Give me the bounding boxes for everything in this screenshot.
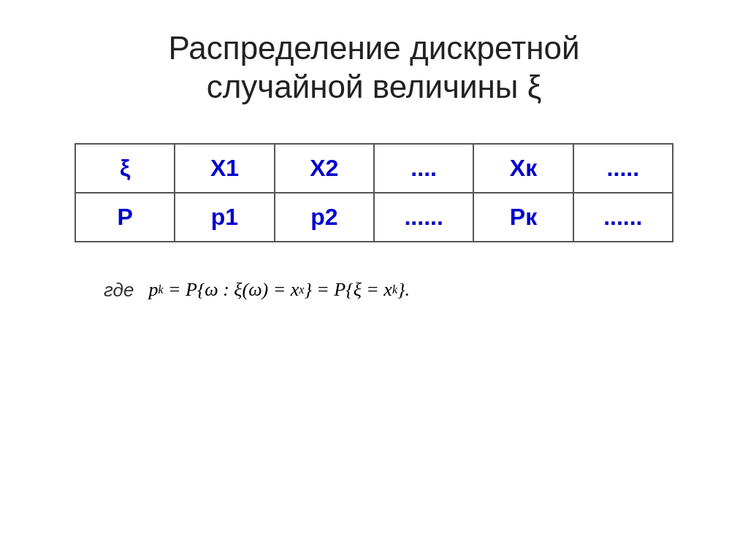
formula-section: где pk = P{ω : ξ(ω) = xx} = P{ξ = xk}. xyxy=(75,279,673,302)
table-row-2: Р р1 р2 ...... Рк ...... xyxy=(75,193,673,242)
slide-title: Распределение дискретной случайной велич… xyxy=(168,29,579,107)
cell-r1c2: X1 xyxy=(175,144,274,193)
cell-r1c5: Хк xyxy=(473,144,573,193)
cell-r1c6: ..... xyxy=(573,144,673,193)
cell-r1c3: X2 xyxy=(275,144,374,193)
cell-r2c2: р1 xyxy=(175,193,274,242)
title-line1: Распределение дискретной xyxy=(168,29,579,68)
formula-expression: pk = P{ω : ξ(ω) = xx} = P{ξ = xk}. xyxy=(148,279,410,301)
cell-r2c3: р2 xyxy=(275,193,374,242)
title-line2: случайной величины ξ xyxy=(168,68,579,107)
cell-r2c5: Рк xyxy=(473,193,573,242)
cell-r2c4: ...... xyxy=(374,193,473,242)
where-label: где xyxy=(104,279,134,302)
cell-r2c1: Р xyxy=(75,193,175,242)
table-row-1: ξ X1 X2 .... Хк ..... xyxy=(75,144,673,193)
cell-r2c6: ...... xyxy=(573,193,673,242)
cell-r1c4: .... xyxy=(374,144,473,193)
distribution-table-wrapper: ξ X1 X2 .... Хк ..... Р р1 р2 ...... Рк … xyxy=(75,143,673,242)
distribution-table: ξ X1 X2 .... Хк ..... Р р1 р2 ...... Рк … xyxy=(75,143,673,242)
cell-r1c1: ξ xyxy=(75,144,175,193)
